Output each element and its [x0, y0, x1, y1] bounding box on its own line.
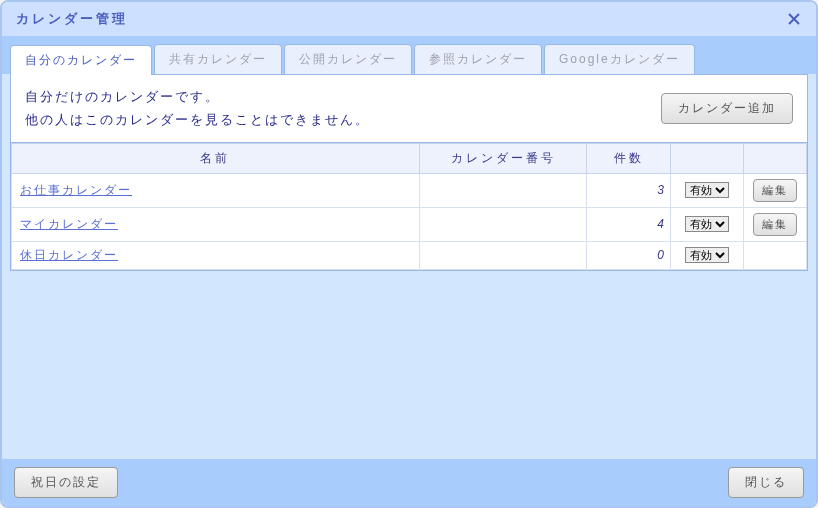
tab-label: Googleカレンダー: [559, 52, 680, 66]
status-select[interactable]: 有効: [685, 216, 729, 232]
tab-my-calendar[interactable]: 自分のカレンダー: [10, 45, 152, 75]
calendar-count-cell: 4: [587, 207, 671, 241]
table-row: お仕事カレンダー3有効編集: [12, 173, 807, 207]
close-icon[interactable]: [786, 11, 802, 27]
calendar-name-link[interactable]: お仕事カレンダー: [20, 183, 132, 197]
calendar-table-panel: 名前 カレンダー番号 件数 お仕事カレンダー3有効編集マイカレンダー4有効編集休…: [10, 143, 808, 271]
calendar-count-cell: 0: [587, 241, 671, 269]
description-row: 自分だけのカレンダーです。 他の人はこのカレンダーを見ることはできません。 カレ…: [11, 75, 807, 142]
header-status: [670, 143, 743, 173]
header-action: [744, 143, 807, 173]
description-text: 自分だけのカレンダーです。 他の人はこのカレンダーを見ることはできません。: [25, 85, 370, 132]
description-line: 他の人はこのカレンダーを見ることはできません。: [25, 108, 370, 131]
calendar-number-cell: [419, 207, 586, 241]
calendar-name-link[interactable]: マイカレンダー: [20, 217, 118, 231]
tab-reference-calendar[interactable]: 参照カレンダー: [414, 44, 542, 74]
header-name: 名前: [12, 143, 420, 173]
close-button[interactable]: 閉じる: [728, 467, 804, 498]
tab-shared-calendar[interactable]: 共有カレンダー: [154, 44, 282, 74]
content-spacer: [2, 271, 816, 459]
calendar-table: 名前 カレンダー番号 件数 お仕事カレンダー3有効編集マイカレンダー4有効編集休…: [11, 143, 807, 270]
edit-button[interactable]: 編集: [753, 179, 797, 202]
tab-label: 自分のカレンダー: [25, 53, 137, 67]
calendar-name-link[interactable]: 休日カレンダー: [20, 248, 118, 262]
table-header-row: 名前 カレンダー番号 件数: [12, 143, 807, 173]
tab-label: 参照カレンダー: [429, 52, 527, 66]
tab-label: 共有カレンダー: [169, 52, 267, 66]
dialog-footer: 祝日の設定 閉じる: [2, 459, 816, 506]
add-calendar-button[interactable]: カレンダー追加: [661, 93, 793, 124]
dialog-title: カレンダー管理: [16, 10, 128, 28]
tab-bar: 自分のカレンダー 共有カレンダー 公開カレンダー 参照カレンダー Googleカ…: [2, 36, 816, 74]
calendar-count-cell: 3: [587, 173, 671, 207]
table-row: 休日カレンダー0有効: [12, 241, 807, 269]
header-count: 件数: [587, 143, 671, 173]
tab-label: 公開カレンダー: [299, 52, 397, 66]
edit-button[interactable]: 編集: [753, 213, 797, 236]
status-select[interactable]: 有効: [685, 182, 729, 198]
titlebar: カレンダー管理: [2, 2, 816, 36]
calendar-number-cell: [419, 173, 586, 207]
tab-panel: 自分だけのカレンダーです。 他の人はこのカレンダーを見ることはできません。 カレ…: [10, 74, 808, 143]
status-select[interactable]: 有効: [685, 247, 729, 263]
dialog-content: 自分のカレンダー 共有カレンダー 公開カレンダー 参照カレンダー Googleカ…: [2, 36, 816, 506]
table-row: マイカレンダー4有効編集: [12, 207, 807, 241]
description-line: 自分だけのカレンダーです。: [25, 85, 370, 108]
calendar-number-cell: [419, 241, 586, 269]
header-number: カレンダー番号: [419, 143, 586, 173]
tab-google-calendar[interactable]: Googleカレンダー: [544, 44, 695, 74]
tab-public-calendar[interactable]: 公開カレンダー: [284, 44, 412, 74]
holiday-settings-button[interactable]: 祝日の設定: [14, 467, 118, 498]
calendar-manage-dialog: カレンダー管理 自分のカレンダー 共有カレンダー 公開カレンダー 参照カレンダー…: [0, 0, 818, 508]
